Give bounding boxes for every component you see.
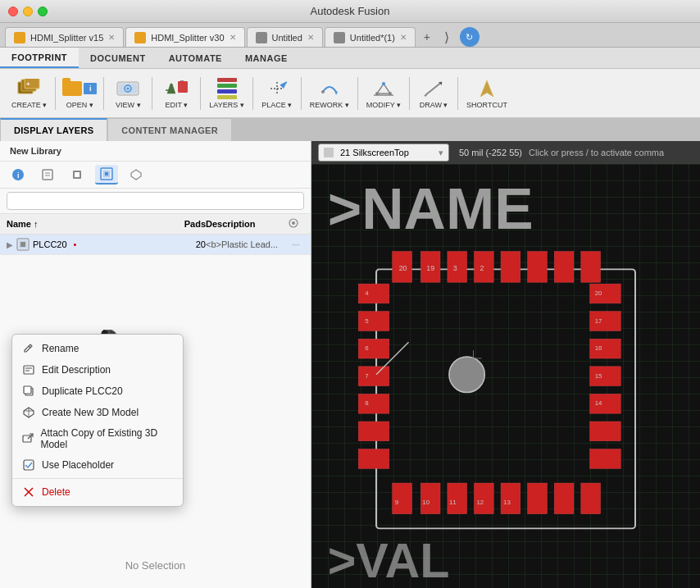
table-row-plcc20[interactable]: ▶ PLCC20 • 20 <b>Plastic Lead... ··· xyxy=(0,235,311,255)
sep-5 xyxy=(252,77,253,110)
icon-tab-info[interactable]: i xyxy=(7,165,30,185)
sep-4 xyxy=(200,77,201,110)
svg-rect-61 xyxy=(554,252,574,283)
svg-point-54 xyxy=(449,357,484,392)
svg-rect-34 xyxy=(20,242,25,247)
module-tab-label-automate: AUTOMATE xyxy=(169,53,222,63)
ctx-create-3d[interactable]: Create New 3D Model xyxy=(12,402,183,423)
tab-display-layers[interactable]: DISPLAY LAYERS xyxy=(0,118,107,141)
svg-point-7 xyxy=(127,88,130,90)
col-header-settings[interactable] xyxy=(288,217,304,230)
icon-tab-component[interactable] xyxy=(66,165,89,185)
toolbar-layers[interactable]: LAYERS ▾ xyxy=(204,74,248,112)
row-name-text: PLCC20 xyxy=(33,239,67,249)
ctx-attach-3d-label: Attach Copy of Existing 3D Model xyxy=(40,427,173,450)
col-pads-label: Pads xyxy=(184,219,206,229)
toolbar-rework[interactable]: REWORK ▾ xyxy=(305,74,354,112)
ctx-separator xyxy=(12,478,183,479)
ctx-delete[interactable]: Delete xyxy=(12,481,183,503)
sync-button[interactable]: ↻ xyxy=(460,27,480,47)
col-name-label: Name ↑ xyxy=(7,219,39,229)
toolbar-rework-label: REWORK ▾ xyxy=(310,101,349,109)
col-header-desc: Description xyxy=(206,219,288,229)
tab-hdmi-v30[interactable]: HDMI_Splitter v30 ✕ xyxy=(125,27,244,47)
tab-overflow-button[interactable]: ⟩ xyxy=(437,27,457,47)
svg-point-14 xyxy=(382,82,385,85)
layers-stack xyxy=(217,78,237,99)
maximize-button[interactable] xyxy=(38,7,48,16)
svg-rect-68 xyxy=(528,483,548,514)
app-title: Autodesk Fusion xyxy=(311,5,390,17)
ctx-attach-3d[interactable]: Attach Copy of Existing 3D Model xyxy=(12,423,183,454)
svg-point-13 xyxy=(321,90,325,93)
svg-text:14: 14 xyxy=(595,399,602,407)
tab-icon-untitled xyxy=(256,32,267,43)
table-header: Name ↑ Pads Description xyxy=(0,214,311,235)
toolbar-place[interactable]: PLACE ▾ xyxy=(257,74,298,112)
tab-untitled-1[interactable]: Untitled*(1) ✕ xyxy=(325,27,416,47)
toolbar-modify[interactable]: MODIFY ▾ xyxy=(361,74,406,112)
tab-close-untitled[interactable]: ✕ xyxy=(307,33,314,42)
svg-marker-19 xyxy=(480,80,493,97)
tab-close-hdmi-v30[interactable]: ✕ xyxy=(230,33,236,42)
ctx-rename-label: Rename xyxy=(42,343,79,354)
sep-3 xyxy=(152,77,152,110)
open-icon: i xyxy=(66,77,93,100)
layer-select[interactable]: 21 SilkscreenTop ▾ xyxy=(318,144,449,162)
ctx-duplicate[interactable]: Duplicate PLCC20 xyxy=(12,381,183,402)
tab-close-hdmi-v15[interactable]: ✕ xyxy=(108,33,115,42)
tab-icon-hdmi-v15 xyxy=(14,32,25,43)
attach-3d-icon xyxy=(22,432,34,445)
ctx-rename[interactable]: Rename xyxy=(12,338,183,359)
search-input[interactable] xyxy=(7,192,304,210)
toolbar-draw-label: DRAW ▾ xyxy=(420,101,448,109)
svg-rect-59 xyxy=(501,252,520,283)
svg-text:20: 20 xyxy=(399,264,407,272)
toolbar-draw[interactable]: DRAW ▾ xyxy=(413,74,454,112)
icon-tab-3d[interactable] xyxy=(125,165,148,185)
module-tab-document[interactable]: DOCUMENT xyxy=(79,48,157,68)
sep-2 xyxy=(103,77,104,110)
main-content: New Library i xyxy=(0,141,700,588)
ctx-edit-description[interactable]: Edit Description xyxy=(12,359,183,381)
close-button[interactable] xyxy=(8,7,18,16)
toolbar-place-label: PLACE ▾ xyxy=(261,101,292,109)
toolbar-view-label: VIEW ▾ xyxy=(116,101,141,109)
tab-hdmi-v15[interactable]: HDMI_Splitter v15 ✕ xyxy=(5,27,124,47)
toolbar-view[interactable]: VIEW ▾ xyxy=(107,74,148,112)
toolbar-shortcut[interactable]: SHORTCUT xyxy=(461,74,512,112)
module-tab-footprint[interactable]: FOOTPRINT xyxy=(0,48,79,68)
svg-point-15 xyxy=(375,92,379,95)
svg-line-40 xyxy=(29,346,30,348)
name-text: >NAME xyxy=(328,176,534,241)
svg-text:8: 8 xyxy=(365,399,369,407)
context-menu: Rename Edit Description Duplicate PLCC20 xyxy=(11,334,184,507)
ctx-placeholder[interactable]: Use Placeholder xyxy=(12,454,183,476)
right-canvas[interactable]: 21 SilkscreenTop ▾ 50 mil (-252 55) Clic… xyxy=(311,141,700,588)
module-tab-automate[interactable]: AUTOMATE xyxy=(157,48,234,68)
content-manager-label: CONTENT MANAGER xyxy=(121,125,218,135)
toolbar-create[interactable]: + CREATE ▾ xyxy=(7,74,52,112)
tab-content-manager[interactable]: CONTENT MANAGER xyxy=(107,118,232,141)
row-more-button[interactable]: ··· xyxy=(288,239,304,249)
svg-rect-72 xyxy=(358,312,389,331)
module-tab-manage[interactable]: MANAGE xyxy=(234,48,299,68)
traffic-lights[interactable] xyxy=(8,7,48,16)
edit-icon xyxy=(163,77,189,100)
secondary-toolbar: DISPLAY LAYERS CONTENT MANAGER xyxy=(0,118,700,141)
tab-close-untitled-1[interactable]: ✕ xyxy=(400,33,407,42)
new-tab-button[interactable]: + xyxy=(417,27,437,47)
svg-rect-62 xyxy=(581,252,601,283)
icon-tab-footprint[interactable] xyxy=(95,165,118,185)
svg-text:17: 17 xyxy=(595,317,602,325)
no-selection-label: No Selection xyxy=(125,559,186,572)
icon-tab-library[interactable] xyxy=(36,165,59,185)
toolbar-open[interactable]: i OPEN ▾ xyxy=(59,74,100,112)
placeholder-check-icon xyxy=(22,458,35,472)
svg-text:9: 9 xyxy=(395,499,399,506)
tab-untitled[interactable]: Untitled ✕ xyxy=(247,27,323,47)
toolbar-edit[interactable]: EDIT ▾ xyxy=(156,74,197,112)
sep-8 xyxy=(409,77,410,110)
minimize-button[interactable] xyxy=(23,7,33,16)
place-icon xyxy=(264,77,290,100)
